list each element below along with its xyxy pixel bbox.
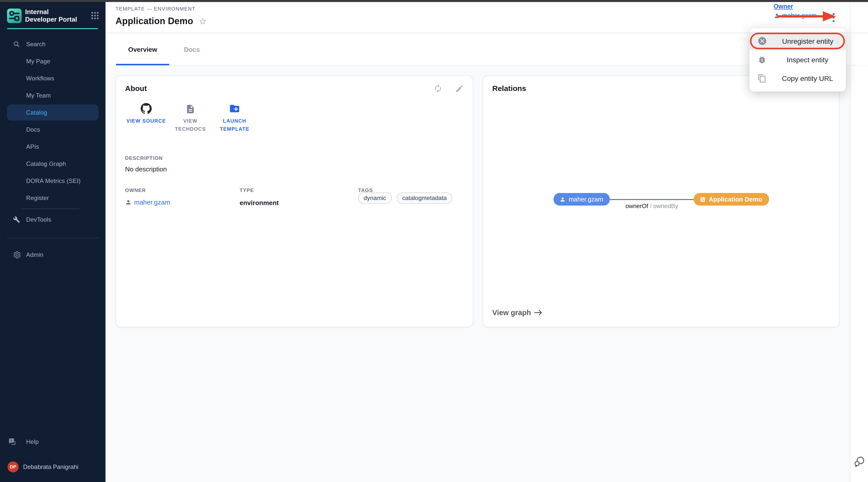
brand: Internal Developer Portal: [0, 0, 105, 23]
sidebar-item-label: My Page: [26, 58, 50, 65]
sidebar-item-devtools[interactable]: DevTools: [0, 211, 105, 228]
owner-field-label: OWNER: [125, 187, 146, 193]
kebab-menu-icon[interactable]: [829, 12, 837, 23]
sidebar-item-admin[interactable]: Admin: [0, 246, 105, 263]
help-chat-icon: ?: [7, 437, 17, 446]
arrow-right-icon: [534, 309, 542, 316]
action-label: LAUNCH TEMPLATE: [213, 117, 257, 133]
main-area: TEMPLATE — ENVIRONMENT Application Demo …: [105, 0, 868, 482]
relations-card: Relations maher.gzam ownerOf / ownedBy A…: [483, 76, 839, 327]
search-icon: [13, 41, 20, 48]
gear-icon: [13, 251, 21, 259]
sidebar-item-label: DORA Metrics (SEI): [26, 177, 81, 184]
view-techdocs-button[interactable]: VIEW TECHDOCS: [168, 101, 213, 133]
window-top-strip: [0, 0, 868, 2]
apps-grid-icon[interactable]: [91, 11, 99, 20]
user-name: Debabrata Panigrahi: [23, 463, 79, 471]
menu-item-copy-entity-url[interactable]: Copy entity URL: [749, 69, 846, 87]
portal-logo-icon: [7, 8, 22, 23]
bug-icon: [757, 55, 767, 64]
folder-plus-icon: [229, 101, 240, 114]
sidebar-item-workflows[interactable]: Workflows: [0, 70, 105, 87]
graph-node-label: maher.gzam: [569, 196, 603, 203]
tab-docs[interactable]: Docs: [175, 33, 209, 65]
sidebar-item-docs[interactable]: Docs: [0, 121, 105, 138]
sidebar-item-my-team[interactable]: My Team: [0, 87, 105, 104]
tags-list: dynamic catalogmetadata: [358, 192, 452, 204]
tag-chip[interactable]: catalogmetadata: [397, 192, 452, 204]
sidebar-item-label: Help: [26, 438, 39, 445]
document-icon: [185, 101, 195, 114]
about-card-title: About: [125, 84, 147, 92]
wrench-icon: [13, 216, 20, 223]
sidebar-item-label: DevTools: [26, 216, 51, 223]
view-graph-label: View graph: [492, 309, 531, 317]
about-card-tools: [432, 82, 466, 95]
owner-block: Owner maher.gzam: [774, 3, 817, 19]
sidebar-item-catalog[interactable]: Catalog: [0, 104, 105, 121]
edit-pencil-icon[interactable]: [453, 82, 466, 95]
brand-divider: [7, 28, 98, 29]
about-card: About VIEW SOURCE: [116, 76, 473, 327]
sidebar-item-label: Workflows: [26, 75, 54, 82]
type-value: environment: [240, 199, 279, 207]
sidebar-item-label: Catalog: [26, 109, 47, 116]
owner-user-link[interactable]: maher.gzam: [774, 12, 817, 19]
sidebar-nav: Search My Page Workflows My Team Catalog…: [0, 36, 105, 263]
graph-node-user[interactable]: maher.gzam: [554, 193, 610, 206]
sidebar-item-label: My Team: [26, 92, 51, 99]
sidebar-item-register[interactable]: Register: [0, 189, 105, 207]
cancel-icon: [757, 36, 767, 46]
graph-node-entity[interactable]: Application Demo: [694, 193, 769, 206]
tab-overview[interactable]: Overview: [116, 33, 170, 65]
sidebar-item-apis[interactable]: APIs: [0, 138, 105, 155]
sidebar-divider: [7, 238, 98, 238]
about-owner-value: maher.gzam: [134, 199, 170, 206]
sidebar-item-my-page[interactable]: My Page: [0, 53, 105, 70]
chat-bubbles-icon[interactable]: [854, 455, 866, 470]
owner-link[interactable]: Owner: [774, 3, 817, 10]
view-graph-link[interactable]: View graph: [492, 309, 542, 317]
edge-label-separator: /: [650, 203, 652, 210]
page-title: Application Demo: [116, 16, 193, 27]
sidebar-item-label: APIs: [26, 143, 39, 150]
person-icon: [774, 12, 780, 19]
launch-template-button[interactable]: LAUNCH TEMPLATE: [213, 101, 257, 133]
sidebar-item-label: Admin: [26, 251, 43, 258]
copy-icon: [757, 73, 767, 83]
action-label: VIEW TECHDOCS: [168, 117, 213, 133]
brand-title: Internal Developer Portal: [25, 8, 81, 23]
sidebar-item-search[interactable]: Search: [0, 36, 105, 53]
sidebar-divider: [21, 209, 80, 209]
about-owner-link[interactable]: maher.gzam: [125, 199, 170, 206]
menu-item-label: Unregister entity: [775, 37, 846, 45]
sidebar-item-catalog-graph[interactable]: Catalog Graph: [0, 155, 105, 172]
favorite-star-icon[interactable]: [198, 17, 207, 28]
person-icon: [560, 196, 566, 202]
right-rail-border: [850, 2, 850, 482]
type-field-label: TYPE: [240, 187, 254, 193]
sidebar-item-help[interactable]: ? Help: [0, 433, 105, 450]
tags-field-label: TAGS: [358, 187, 373, 193]
view-source-button[interactable]: VIEW SOURCE: [124, 101, 168, 133]
github-icon: [141, 101, 152, 114]
breadcrumb: TEMPLATE — ENVIRONMENT: [116, 6, 195, 11]
template-doc-icon: [700, 196, 706, 202]
menu-item-unregister-entity[interactable]: Unregister entity: [749, 32, 846, 50]
sidebar-item-dora-metrics[interactable]: DORA Metrics (SEI): [0, 172, 105, 189]
tag-chip[interactable]: dynamic: [358, 192, 392, 204]
sidebar-user[interactable]: DP Debabrata Panigrahi: [0, 458, 105, 476]
edge-label-primary: ownerOf: [625, 203, 648, 210]
svg-text:?: ?: [10, 439, 12, 443]
menu-item-label: Inspect entity: [774, 56, 846, 64]
person-icon: [125, 199, 132, 206]
menu-item-inspect-entity[interactable]: Inspect entity: [749, 50, 846, 69]
edge-label-secondary: ownedBy: [653, 203, 678, 210]
graph-edge-label: ownerOf / ownedBy: [610, 203, 694, 210]
refresh-icon[interactable]: [432, 82, 444, 95]
description-label: DESCRIPTION: [125, 155, 163, 161]
about-actions: VIEW SOURCE VIEW TECHDOCS LAUNCH TEMPLAT…: [124, 101, 257, 133]
relations-card-title: Relations: [492, 84, 526, 92]
sidebar-item-label: Docs: [26, 126, 40, 133]
right-rail: [850, 66, 868, 482]
